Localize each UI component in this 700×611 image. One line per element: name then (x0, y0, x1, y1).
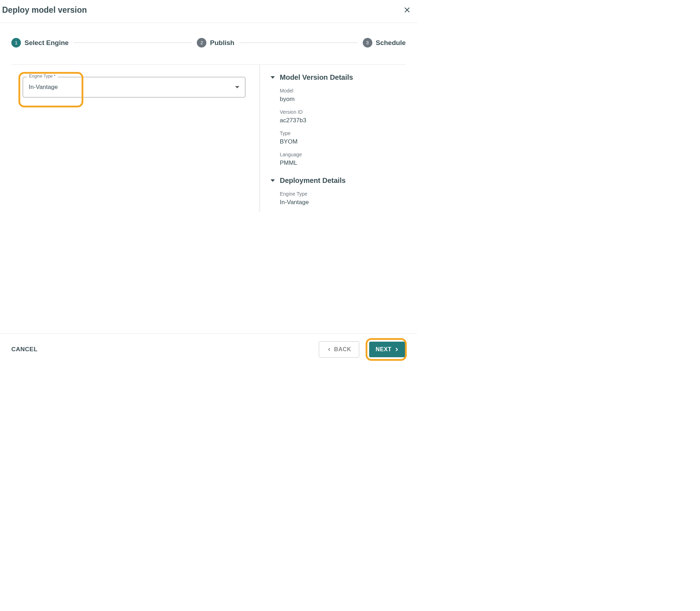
detail-label: Engine Type (280, 191, 394, 197)
caret-down-icon (271, 76, 275, 79)
engine-type-field: Engine Type * In-Vantage (23, 77, 251, 97)
chevron-down-icon (235, 86, 239, 88)
section-title: Deployment Details (280, 176, 346, 185)
detail-version-id: Version ID ac2737b3 (280, 109, 394, 124)
caret-down-icon (271, 179, 275, 182)
section-title: Model Version Details (280, 73, 353, 82)
step-label: Select Engine (24, 39, 69, 47)
model-version-details-toggle[interactable]: Model Version Details (271, 73, 394, 82)
next-button[interactable]: NEXT (369, 342, 406, 357)
detail-value: PMML (280, 159, 394, 167)
back-label: BACK (334, 346, 351, 353)
detail-model: Model byom (280, 88, 394, 103)
engine-type-value: In-Vantage (29, 84, 58, 91)
detail-type: Type BYOM (280, 130, 394, 145)
step-label: Publish (210, 39, 234, 47)
cancel-button[interactable]: CANCEL (11, 346, 38, 353)
detail-label: Version ID (280, 109, 394, 115)
next-label: NEXT (376, 346, 391, 353)
chevron-left-icon (327, 347, 331, 352)
modal-footer: CANCEL BACK NEXT (0, 333, 417, 365)
modal-title: Deploy model version (2, 5, 87, 15)
detail-label: Type (280, 130, 394, 136)
close-icon (404, 6, 411, 13)
step-number-badge: 1 (11, 38, 21, 47)
detail-value: In-Vantage (280, 199, 394, 206)
chevron-right-icon (394, 347, 399, 352)
close-button[interactable] (402, 5, 412, 15)
stepper: 1 Select Engine 2 Publish 3 Schedule (0, 23, 417, 65)
detail-label: Language (280, 152, 394, 157)
deployment-details-toggle[interactable]: Deployment Details (271, 176, 394, 185)
detail-language: Language PMML (280, 152, 394, 167)
engine-type-select[interactable]: In-Vantage (23, 77, 245, 97)
detail-value: ac2737b3 (280, 117, 394, 124)
back-button[interactable]: BACK (319, 341, 359, 358)
content-area: Engine Type * In-Vantage Model Version D… (11, 65, 406, 212)
step-number-badge: 2 (197, 38, 206, 47)
engine-type-label: Engine Type * (27, 74, 58, 79)
step-schedule[interactable]: 3 Schedule (363, 38, 406, 47)
step-label: Schedule (376, 39, 406, 47)
step-select-engine[interactable]: 1 Select Engine (11, 38, 69, 47)
left-panel: Engine Type * In-Vantage (23, 65, 260, 212)
step-connector (74, 43, 192, 43)
footer-right: BACK NEXT (319, 341, 406, 358)
step-publish[interactable]: 2 Publish (197, 38, 234, 47)
detail-value: byom (280, 96, 394, 103)
step-connector (239, 43, 358, 43)
right-panel: Model Version Details Model byom Version… (260, 65, 394, 212)
detail-label: Model (280, 88, 394, 94)
detail-value: BYOM (280, 138, 394, 145)
modal-header: Deploy model version (0, 0, 417, 23)
step-number-badge: 3 (363, 38, 372, 47)
detail-engine-type: Engine Type In-Vantage (280, 191, 394, 206)
